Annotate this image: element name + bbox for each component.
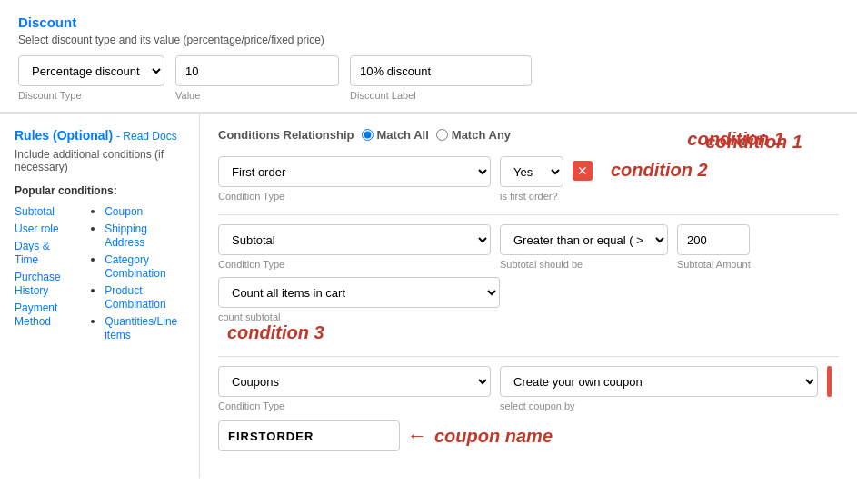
coupon-name-annotation: coupon name [434, 426, 553, 447]
condition1-block: ↓ First order Subtotal Coupons Condition… [218, 156, 839, 202]
condition1-type-select[interactable]: First order Subtotal Coupons [218, 156, 491, 187]
divider1 [218, 214, 839, 215]
rules-title: Rules (Optional) - Read Docs [15, 128, 184, 143]
condition2-type-select[interactable]: Subtotal First order Coupons [218, 224, 491, 255]
discount-label-field: Discount Label [350, 55, 532, 101]
condition1-yes-label: is first order? [500, 191, 563, 202]
rules-desc: Include additional conditions (if necess… [15, 148, 184, 173]
left-conditions-list: Subtotal User role Days & Time Purchase … [15, 204, 75, 345]
condition4-type-label: Condition Type [218, 400, 491, 411]
condition1-annotation: condition 1 [687, 129, 784, 150]
condition2-annotation: condition 2 [611, 160, 708, 181]
match-all-label[interactable]: Match All [362, 128, 429, 142]
condition1-yes-group: Yes No is first order? [500, 156, 563, 202]
condition2-subtotal-should-be-group: Greater than or equal ( >= ) Greater tha… [500, 224, 668, 270]
condition1-yes-select[interactable]: Yes No [500, 156, 563, 187]
condition3-annotation: condition 3 [227, 322, 324, 342]
discount-label-input[interactable] [350, 55, 532, 86]
right-conditions-list: Coupon Shipping Address Category Combina… [90, 204, 184, 345]
conditions-relationship-label: Conditions Relationship [218, 128, 354, 142]
condition-product-combination[interactable]: Product Combination [105, 283, 184, 311]
match-any-radio[interactable] [436, 129, 448, 141]
discount-section: Discount Select discount type and its va… [0, 0, 857, 114]
condition1-remove-button[interactable]: ✕ [573, 161, 593, 181]
condition3-count-row: Count all items in cart Count unique ite… [218, 277, 839, 343]
discount-title: Discount [18, 15, 839, 30]
right-panel: Conditions Relationship Match All Match … [200, 114, 857, 479]
condition4-type-group: Coupons Subtotal First order Condition T… [218, 366, 491, 411]
condition-category-combination[interactable]: Category Combination [105, 252, 184, 280]
condition1-type-label: Condition Type [218, 191, 491, 202]
condition4-coupon-name-row: ← coupon name [218, 420, 839, 451]
condition4-coupon-by-group: Create your own coupon Existing coupon s… [500, 366, 818, 411]
condition-coupon[interactable]: Coupon [105, 204, 184, 218]
discount-value-label: Value [175, 90, 339, 101]
condition-quantities-line-items[interactable]: Quantities/Line items [105, 314, 184, 341]
condition-days-time[interactable]: Days & Time [15, 239, 75, 266]
conditions-list: Subtotal User role Days & Time Purchase … [15, 204, 184, 345]
condition4-fields: Coupons Subtotal First order Condition T… [218, 366, 839, 411]
condition-purchase-history[interactable]: Purchase History [15, 270, 75, 297]
match-all-radio[interactable] [362, 129, 374, 141]
condition4-coupon-by-select[interactable]: Create your own coupon Existing coupon [500, 366, 818, 397]
condition-user-role[interactable]: User role [15, 222, 75, 235]
condition3-count-label: count subtotal [218, 311, 839, 322]
condition2-type-label: Condition Type [218, 259, 491, 270]
discount-label-label: Discount Label [350, 90, 532, 101]
condition4-type-select[interactable]: Coupons Subtotal First order [218, 366, 491, 397]
rules-section: Rules (Optional) - Read Docs Include add… [0, 114, 857, 479]
condition-payment-method[interactable]: Payment Method [15, 301, 75, 328]
left-panel: Rules (Optional) - Read Docs Include add… [0, 114, 200, 479]
condition4-coupon-by-label: select coupon by [500, 400, 818, 411]
match-any-text: Match Any [452, 128, 511, 142]
condition-subtotal[interactable]: Subtotal [15, 204, 75, 218]
condition2-block: Subtotal First order Coupons Condition T… [218, 224, 839, 343]
condition2-subtotal-label: Subtotal should be [500, 259, 668, 270]
coupon-name-arrow: ← [407, 424, 427, 448]
condition2-fields: Subtotal First order Coupons Condition T… [218, 224, 839, 270]
condition2-amount-group: Subtotal Amount [677, 224, 751, 270]
discount-type-field: Percentage discount Fixed discount Fixed… [18, 55, 164, 101]
condition-shipping-address[interactable]: Shipping Address [105, 222, 184, 249]
read-docs-link[interactable]: - Read Docs [116, 130, 177, 143]
match-any-label[interactable]: Match Any [436, 128, 511, 142]
discount-type-select[interactable]: Percentage discount Fixed discount Fixed… [18, 55, 164, 86]
condition4-block: Coupons Subtotal First order Condition T… [218, 366, 839, 451]
divider2 [218, 356, 839, 357]
condition3-count-label-group: count subtotal [218, 308, 839, 322]
condition2-amount-label: Subtotal Amount [677, 259, 751, 270]
condition3-count-select[interactable]: Count all items in cart Count unique ite… [218, 277, 500, 308]
condition1-fields: First order Subtotal Coupons Condition T… [218, 156, 839, 202]
condition4-red-bar [827, 366, 832, 397]
condition1-type-group: First order Subtotal Coupons Condition T… [218, 156, 491, 202]
discount-value-input[interactable] [175, 55, 339, 86]
discount-value-field: Value [175, 55, 339, 101]
discount-desc: Select discount type and its value (perc… [18, 34, 839, 46]
condition2-amount-input[interactable] [677, 224, 750, 255]
condition4-coupon-name-input[interactable] [218, 420, 400, 451]
popular-conditions-label: Popular conditions: [15, 184, 184, 197]
discount-type-label: Discount Type [18, 90, 164, 101]
condition2-subtotal-select[interactable]: Greater than or equal ( >= ) Greater tha… [500, 224, 668, 255]
condition2-type-group: Subtotal First order Coupons Condition T… [218, 224, 491, 270]
match-all-text: Match All [377, 128, 429, 142]
